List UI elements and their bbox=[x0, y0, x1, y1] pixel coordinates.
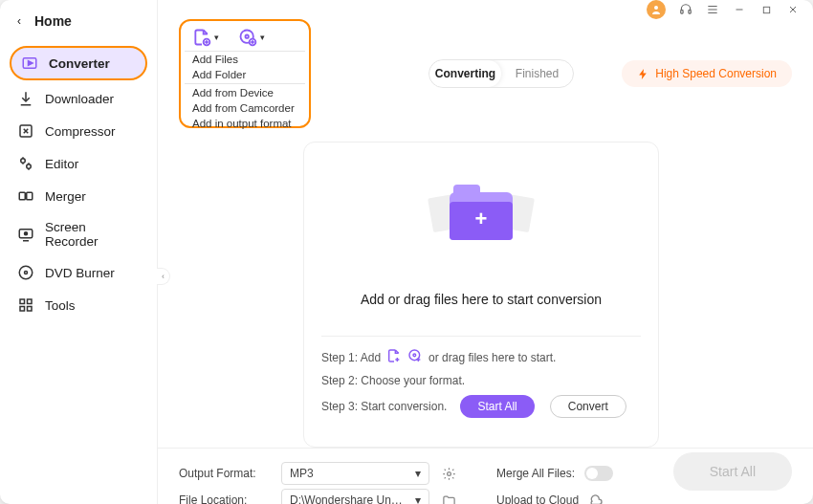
account-icon[interactable] bbox=[647, 0, 666, 19]
dropdown-item-add-camcorder[interactable]: Add from Camcorder bbox=[185, 100, 305, 116]
cloud-icon[interactable] bbox=[588, 493, 604, 505]
plus-icon: + bbox=[475, 207, 488, 231]
dropdown-item-add-output[interactable]: Add in output format bbox=[185, 116, 305, 131]
svg-point-3 bbox=[21, 159, 26, 164]
add-file-button[interactable]: ▾ bbox=[192, 28, 219, 47]
svg-rect-11 bbox=[20, 299, 25, 304]
add-dvd-icon[interactable] bbox=[407, 348, 423, 366]
start-all-button[interactable]: Start All bbox=[460, 395, 534, 418]
file-location-value: D:\Wondershare UniConverter 1 bbox=[290, 493, 405, 504]
merger-icon bbox=[17, 187, 34, 205]
maximize-icon[interactable] bbox=[759, 3, 773, 16]
dropdown-item-add-device[interactable]: Add from Device bbox=[185, 85, 305, 100]
convert-button[interactable]: Convert bbox=[550, 395, 626, 418]
steps: Step 1: Add or drag files here to start.… bbox=[321, 336, 641, 418]
dropdown-item-add-files[interactable]: Add Files bbox=[185, 52, 305, 67]
output-format-select[interactable]: MP3 ▾ bbox=[281, 462, 429, 485]
content: + Add or drag files here to start conver… bbox=[158, 134, 813, 448]
step3-text: Step 3: Start conversion. bbox=[321, 400, 447, 413]
titlebar bbox=[158, 0, 813, 19]
sidebar-item-editor[interactable]: Editor bbox=[0, 147, 157, 180]
svg-point-4 bbox=[27, 164, 32, 169]
step1-text-a: Step 1: Add bbox=[321, 351, 381, 364]
nav-label: Merger bbox=[45, 189, 86, 204]
svg-point-9 bbox=[19, 266, 33, 279]
merge-toggle[interactable] bbox=[584, 466, 613, 481]
footer: Output Format: MP3 ▾ Merge All Files: Fi… bbox=[158, 448, 813, 504]
sidebar-nav: Converter Downloader Compressor Editor M… bbox=[0, 46, 157, 321]
svg-rect-12 bbox=[28, 299, 33, 304]
svg-rect-17 bbox=[689, 11, 691, 14]
step1-text-b: or drag files here to start. bbox=[428, 351, 556, 364]
drop-title: Add or drag files here to start conversi… bbox=[321, 292, 641, 307]
output-format-label: Output Format: bbox=[179, 467, 270, 480]
menu-icon[interactable] bbox=[706, 3, 719, 16]
speed-label: High Speed Conversion bbox=[655, 67, 777, 80]
add-dvd-button[interactable]: ▾ bbox=[238, 28, 265, 47]
chevron-down-icon: ▾ bbox=[415, 467, 421, 480]
high-speed-chip[interactable]: High Speed Conversion bbox=[622, 60, 792, 87]
file-location-select[interactable]: D:\Wondershare UniConverter 1 ▾ bbox=[281, 489, 429, 504]
dropdown-item-add-folder[interactable]: Add Folder bbox=[185, 67, 305, 82]
home-button[interactable]: ‹ Home bbox=[0, 6, 157, 36]
step-3: Step 3: Start conversion. Start All Conv… bbox=[321, 395, 641, 418]
drop-panel[interactable]: + Add or drag files here to start conver… bbox=[303, 142, 659, 448]
app-window: ‹ Home Converter Downloader Compressor E… bbox=[0, 0, 813, 504]
topbar: ▾ ▾ Add Files Add Folder Add from Device… bbox=[158, 19, 813, 134]
sidebar-item-dvd-burner[interactable]: DVD Burner bbox=[0, 256, 157, 289]
lightning-icon bbox=[637, 68, 649, 80]
sidebar-item-screen-recorder[interactable]: Screen Recorder bbox=[0, 212, 157, 256]
nav-label: Tools bbox=[45, 298, 76, 313]
screen-recorder-icon bbox=[17, 226, 34, 243]
file-location-label: File Location: bbox=[179, 493, 270, 504]
sidebar-item-compressor[interactable]: Compressor bbox=[0, 115, 157, 147]
tools-icon bbox=[17, 296, 34, 314]
home-label: Home bbox=[34, 13, 72, 29]
chevron-left-icon: ‹ bbox=[17, 14, 21, 28]
nav-label: Editor bbox=[45, 157, 78, 171]
start-all-disabled-button[interactable]: Start All bbox=[673, 452, 792, 491]
tab-finished[interactable]: Finished bbox=[501, 60, 573, 87]
svg-rect-13 bbox=[20, 307, 25, 312]
chevron-down-icon: ▾ bbox=[260, 33, 265, 42]
nav-label: DVD Burner bbox=[45, 266, 115, 280]
downloader-icon bbox=[17, 90, 34, 107]
add-files-panel: ▾ ▾ Add Files Add Folder Add from Device… bbox=[179, 19, 311, 128]
svg-point-25 bbox=[447, 471, 450, 475]
sidebar-item-converter[interactable]: Converter bbox=[10, 46, 147, 80]
sidebar-item-downloader[interactable]: Downloader bbox=[0, 82, 157, 115]
sidebar: ‹ Home Converter Downloader Compressor E… bbox=[0, 0, 158, 504]
add-file-icon[interactable] bbox=[386, 348, 402, 366]
settings-gear-icon[interactable] bbox=[441, 467, 456, 481]
converter-icon bbox=[21, 55, 38, 72]
svg-point-8 bbox=[25, 232, 28, 235]
nav-label: Screen Recorder bbox=[45, 220, 140, 249]
svg-rect-6 bbox=[27, 192, 33, 200]
folder-open-icon[interactable] bbox=[441, 493, 456, 505]
svg-rect-5 bbox=[19, 192, 25, 200]
svg-rect-18 bbox=[763, 7, 769, 12]
chevron-down-icon: ▾ bbox=[214, 33, 219, 42]
merge-label: Merge All Files: bbox=[496, 467, 575, 480]
headset-icon[interactable] bbox=[679, 3, 692, 16]
step-2: Step 2: Choose your format. bbox=[321, 374, 641, 387]
dvd-burner-icon bbox=[17, 264, 34, 281]
svg-point-21 bbox=[246, 35, 249, 38]
tab-converting[interactable]: Converting bbox=[429, 60, 501, 87]
step-1: Step 1: Add or drag files here to start. bbox=[321, 348, 641, 366]
status-tabs: Converting Finished bbox=[428, 59, 574, 88]
output-format-value: MP3 bbox=[290, 467, 314, 480]
sidebar-item-tools[interactable]: Tools bbox=[0, 289, 157, 321]
editor-icon bbox=[17, 155, 34, 172]
chevron-down-icon: ▾ bbox=[415, 493, 421, 504]
nav-label: Compressor bbox=[45, 124, 116, 139]
svg-point-24 bbox=[413, 354, 416, 357]
minimize-icon[interactable] bbox=[733, 3, 746, 16]
svg-marker-1 bbox=[29, 61, 33, 66]
svg-rect-14 bbox=[28, 307, 33, 312]
svg-point-10 bbox=[25, 272, 28, 274]
add-dropdown: Add Files Add Folder Add from Device Add… bbox=[185, 51, 305, 131]
drop-illustration: + bbox=[321, 164, 641, 269]
sidebar-item-merger[interactable]: Merger bbox=[0, 180, 157, 212]
close-icon[interactable] bbox=[786, 3, 800, 16]
